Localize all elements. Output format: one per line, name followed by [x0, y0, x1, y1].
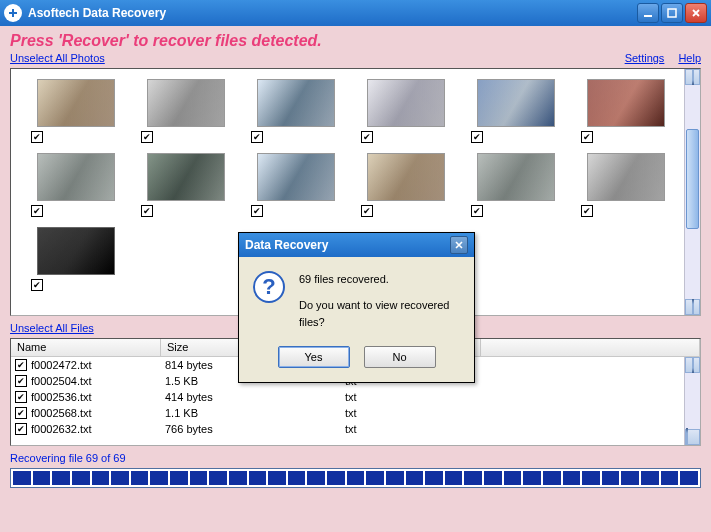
file-name: f0002536.txt [31, 391, 165, 403]
photo-thumbnail [147, 153, 225, 201]
dialog-title: Data Recovery [245, 238, 450, 252]
svg-rect-0 [644, 15, 652, 17]
col-header-name[interactable]: Name [11, 339, 161, 356]
photo-checkbox[interactable] [471, 205, 483, 217]
file-name: f0002472.txt [31, 359, 165, 371]
photo-item[interactable] [471, 79, 561, 143]
photo-thumbnail [477, 153, 555, 201]
photo-item[interactable] [141, 153, 231, 217]
photo-thumbnail [257, 153, 335, 201]
minimize-button[interactable] [637, 3, 659, 23]
content-area: Press 'Recover' to recover files detecte… [0, 26, 711, 532]
title-bar: Asoftech Data Recovery [0, 0, 711, 26]
unselect-all-files-link[interactable]: Unselect All Files [10, 322, 94, 334]
dialog-title-bar: Data Recovery [239, 233, 474, 257]
file-name: f0002632.txt [31, 423, 165, 435]
photo-item[interactable] [581, 153, 671, 217]
photo-thumbnail [477, 79, 555, 127]
photo-checkbox[interactable] [361, 131, 373, 143]
photo-item[interactable] [251, 153, 341, 217]
photo-thumbnail [587, 153, 665, 201]
photo-thumbnail [587, 79, 665, 127]
photo-item[interactable] [471, 153, 561, 217]
instruction-text: Press 'Recover' to recover files detecte… [10, 32, 701, 50]
file-row[interactable]: f0002568.txt1.1 KBtxt [11, 405, 700, 421]
photo-item[interactable] [361, 79, 451, 143]
maximize-button[interactable] [661, 3, 683, 23]
scroll-down-button[interactable] [685, 299, 700, 315]
photo-thumbnail [367, 79, 445, 127]
photo-thumbnail [37, 79, 115, 127]
photo-item[interactable] [581, 79, 671, 143]
no-button[interactable]: No [364, 346, 436, 368]
file-checkbox[interactable] [15, 375, 27, 387]
yes-button[interactable]: Yes [278, 346, 350, 368]
photo-checkbox[interactable] [31, 205, 43, 217]
file-row[interactable]: f0002536.txt414 bytestxt [11, 389, 700, 405]
app-icon [4, 4, 22, 22]
close-button[interactable] [685, 3, 707, 23]
col-header-blank [481, 339, 700, 356]
file-ext: txt [345, 391, 485, 403]
photo-checkbox[interactable] [471, 131, 483, 143]
photo-checkbox[interactable] [141, 131, 153, 143]
recovery-dialog: Data Recovery ? 69 files recovered. Do y… [238, 232, 475, 383]
file-checkbox[interactable] [15, 359, 27, 371]
file-checkbox[interactable] [15, 423, 27, 435]
photo-checkbox[interactable] [581, 205, 593, 217]
file-ext: txt [345, 423, 485, 435]
photo-checkbox[interactable] [31, 131, 43, 143]
file-size: 766 bytes [165, 423, 345, 435]
file-name: f0002568.txt [31, 407, 165, 419]
svg-rect-1 [668, 9, 676, 17]
file-scrollbar[interactable] [684, 357, 700, 445]
photo-checkbox[interactable] [581, 131, 593, 143]
photo-checkbox[interactable] [141, 205, 153, 217]
scroll-up-button[interactable] [685, 357, 700, 373]
help-link[interactable]: Help [678, 52, 701, 64]
scroll-thumb[interactable] [686, 129, 699, 229]
photo-item[interactable] [31, 153, 121, 217]
photo-thumbnail [147, 79, 225, 127]
progress-bar [10, 468, 701, 488]
photo-scrollbar[interactable] [684, 69, 700, 315]
dialog-line1: 69 files recovered. [299, 271, 460, 289]
file-checkbox[interactable] [15, 407, 27, 419]
photo-item[interactable] [31, 227, 121, 291]
file-name: f0002504.txt [31, 375, 165, 387]
photo-item[interactable] [31, 79, 121, 143]
photo-checkbox[interactable] [251, 205, 263, 217]
photo-checkbox[interactable] [251, 131, 263, 143]
scroll-down-button[interactable] [685, 429, 700, 445]
question-icon: ? [253, 271, 285, 303]
unselect-all-photos-link[interactable]: Unselect All Photos [10, 52, 105, 64]
file-size: 1.1 KB [165, 407, 345, 419]
settings-link[interactable]: Settings [625, 52, 665, 64]
window-title: Asoftech Data Recovery [28, 6, 635, 20]
file-checkbox[interactable] [15, 391, 27, 403]
photo-item[interactable] [361, 153, 451, 217]
dialog-line2: Do you want to view recovered files? [299, 297, 460, 332]
top-link-row: Unselect All Photos Settings Help [10, 52, 701, 64]
photo-thumbnail [367, 153, 445, 201]
photo-thumbnail [37, 227, 115, 275]
photo-item[interactable] [141, 79, 231, 143]
photo-checkbox[interactable] [31, 279, 43, 291]
file-size: 414 bytes [165, 391, 345, 403]
photo-item[interactable] [251, 79, 341, 143]
file-ext: txt [345, 407, 485, 419]
photo-checkbox[interactable] [361, 205, 373, 217]
dialog-text: 69 files recovered. Do you want to view … [299, 271, 460, 332]
dialog-close-button[interactable] [450, 236, 468, 254]
photo-thumbnail [257, 79, 335, 127]
status-text: Recovering file 69 of 69 [10, 452, 701, 464]
file-row[interactable]: f0002632.txt766 bytestxt [11, 421, 700, 437]
scroll-up-button[interactable] [685, 69, 700, 85]
photo-thumbnail [37, 153, 115, 201]
